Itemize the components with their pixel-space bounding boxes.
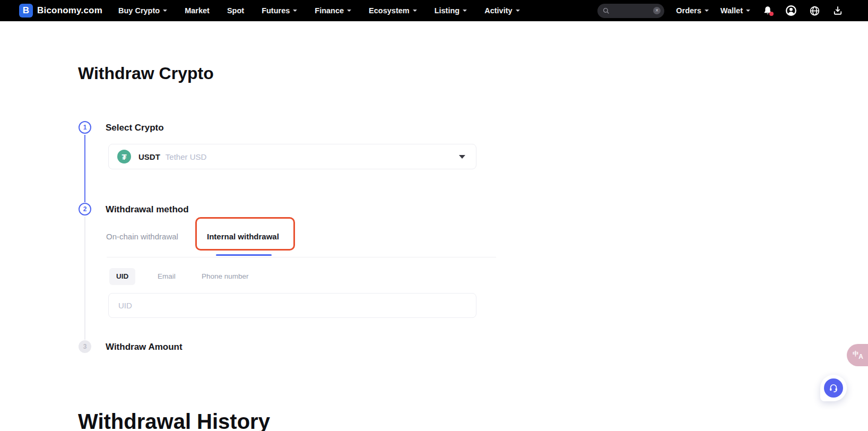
stepper-connector-active: [84, 135, 85, 202]
nav-item-label: Spot: [227, 6, 244, 15]
wallet-label: Wallet: [721, 6, 743, 15]
orders-menu[interactable]: Orders: [676, 6, 709, 15]
crypto-select[interactable]: ₮ USDT Tether USD: [108, 144, 476, 169]
search-icon: [602, 7, 610, 14]
biconomy-logo-icon: B: [19, 4, 33, 18]
nav-item-buy-crypto[interactable]: Buy Crypto: [118, 6, 167, 15]
chevron-down-icon: [413, 10, 417, 12]
headset-icon: [824, 378, 843, 398]
page-title: Withdraw Crypto: [78, 63, 214, 84]
chevron-down-icon: [516, 10, 520, 12]
nav-item-ecosystem[interactable]: Ecosystem: [369, 6, 417, 15]
stepper-connector-inactive: [84, 217, 85, 340]
notification-dot: [769, 12, 774, 16]
search-box[interactable]: ×: [597, 4, 664, 18]
active-tab-underline: [216, 254, 272, 256]
coin-symbol: USDT: [138, 152, 160, 161]
step-2-title: Withdrawal method: [106, 203, 189, 216]
search-input[interactable]: [610, 7, 653, 14]
uid-input-wrapper: [108, 293, 476, 318]
bell-icon[interactable]: [762, 5, 774, 16]
nav-item-label: Activity: [484, 6, 512, 15]
translate-icon: 中 A: [853, 350, 863, 360]
step-1-title: Select Crypto: [106, 122, 164, 134]
subtab-email[interactable]: Email: [158, 272, 176, 281]
nav-item-market[interactable]: Market: [185, 6, 210, 15]
chevron-down-icon: [746, 10, 750, 12]
nav-right-group: × Orders Wallet: [597, 4, 844, 18]
top-nav: B Biconomy.com Buy Crypto Market Spot Fu…: [0, 0, 868, 21]
chevron-down-icon: [463, 10, 467, 12]
tab-internal-withdrawal[interactable]: Internal withdrawal: [207, 231, 279, 242]
download-icon[interactable]: [832, 5, 844, 16]
chevron-down-icon: [163, 10, 167, 12]
nav-item-activity[interactable]: Activity: [484, 6, 519, 15]
customer-support-button[interactable]: [820, 375, 847, 401]
nav-item-label: Market: [185, 6, 210, 15]
step-1-badge: 1: [79, 121, 91, 134]
nav-item-label: Finance: [315, 6, 344, 15]
subtab-phone-number[interactable]: Phone number: [202, 272, 249, 281]
chevron-down-icon: [347, 10, 351, 12]
brand-name: Biconomy.com: [37, 5, 102, 16]
chevron-down-icon: [293, 10, 297, 12]
uid-input[interactable]: [109, 294, 476, 317]
translate-widget[interactable]: 中 A: [847, 344, 868, 366]
chevron-down-icon: [459, 155, 465, 159]
nav-item-finance[interactable]: Finance: [315, 6, 351, 15]
clear-icon[interactable]: ×: [653, 7, 661, 14]
tether-icon: ₮: [117, 150, 131, 163]
withdrawal-history-title: Withdrawal History: [78, 409, 270, 431]
orders-label: Orders: [676, 6, 701, 15]
tab-onchain-withdrawal[interactable]: On-chain withdrawal: [106, 231, 178, 242]
withdraw-crypto-page: B Biconomy.com Buy Crypto Market Spot Fu…: [0, 0, 868, 431]
nav-item-label: Listing: [435, 6, 460, 15]
tabs-divider: [107, 257, 496, 257]
step-3-title: Withdraw Amount: [106, 341, 183, 354]
nav-item-label: Futures: [262, 6, 290, 15]
subtab-uid[interactable]: UID: [109, 268, 135, 285]
nav-menu: Buy Crypto Market Spot Futures Finance E…: [118, 6, 520, 15]
brand[interactable]: B Biconomy.com: [19, 4, 102, 18]
nav-item-spot[interactable]: Spot: [227, 6, 244, 15]
wallet-menu[interactable]: Wallet: [721, 6, 750, 15]
nav-item-label: Buy Crypto: [118, 6, 160, 15]
coin-name: Tether USD: [166, 152, 207, 161]
nav-item-listing[interactable]: Listing: [435, 6, 467, 15]
step-2-badge: 2: [79, 203, 91, 216]
chevron-down-icon: [705, 10, 709, 12]
nav-item-futures[interactable]: Futures: [262, 6, 297, 15]
profile-icon[interactable]: [785, 5, 797, 16]
globe-icon[interactable]: [809, 5, 820, 16]
step-3-badge: 3: [79, 340, 91, 353]
nav-item-label: Ecosystem: [369, 6, 410, 15]
